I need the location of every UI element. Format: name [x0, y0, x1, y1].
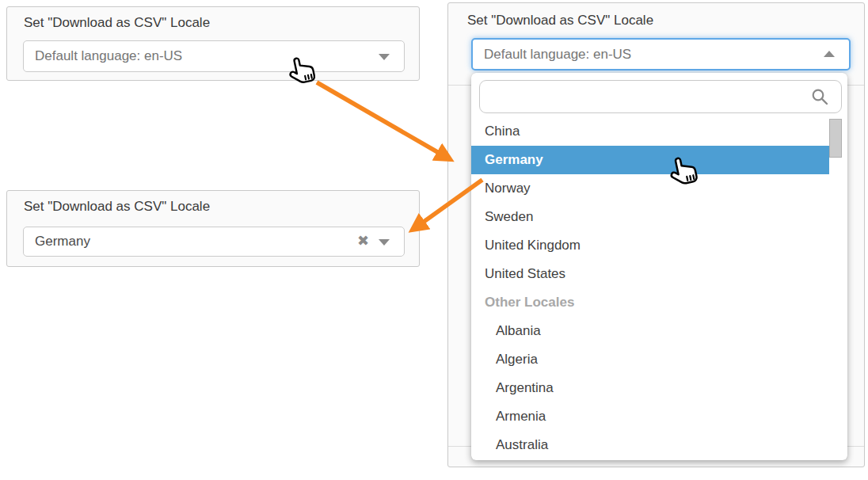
locale-option-germany[interactable]: Germany — [471, 146, 829, 174]
locale-panel-open: Set "Download as CSV" Locale Default lan… — [447, 2, 865, 467]
page: { "colors": { "arrow-orange": "#f6861f",… — [0, 0, 868, 480]
locale-option-united-states[interactable]: United States — [471, 260, 829, 288]
annotation-arrow — [317, 82, 450, 159]
locale-dropdown-popup: China Germany Norway Sweden United Kingd… — [471, 73, 847, 460]
locale-option-norway[interactable]: Norway — [471, 174, 829, 203]
panel-title: Set "Download as CSV" Locale — [24, 199, 210, 215]
locale-option-algeria[interactable]: Algeria — [471, 345, 829, 374]
clear-selection-icon[interactable]: ✖ — [357, 234, 369, 248]
locale-option-list: China Germany Norway Sweden United Kingd… — [471, 117, 829, 459]
locale-option-united-kingdom[interactable]: United Kingdom — [471, 231, 829, 260]
search-icon — [811, 88, 828, 105]
locale-select-value: Default language: en-US — [35, 48, 182, 64]
locale-select-default[interactable]: Default language: en-US — [23, 40, 405, 72]
locale-option-china[interactable]: China — [471, 117, 829, 146]
locale-option-albania[interactable]: Albania — [471, 317, 829, 345]
locale-option-australia[interactable]: Australia — [471, 431, 829, 459]
locale-option-sweden[interactable]: Sweden — [471, 203, 829, 231]
locale-search-input[interactable] — [479, 80, 842, 113]
locale-panel-selected: Set "Download as CSV" Locale Germany ✖ — [6, 190, 420, 267]
locale-option-armenia[interactable]: Armenia — [471, 402, 829, 431]
locale-option-argentina[interactable]: Argentina — [471, 374, 829, 402]
scrollbar-thumb[interactable] — [829, 119, 842, 158]
panel-title: Set "Download as CSV" Locale — [24, 15, 210, 31]
locale-panel-default: Set "Download as CSV" Locale Default lan… — [6, 6, 420, 81]
locale-group-header: Other Locales — [471, 288, 829, 317]
chevron-up-icon — [824, 51, 835, 57]
locale-select-value: Default language: en-US — [484, 47, 631, 63]
locale-select-value: Germany — [35, 234, 90, 250]
panel-title: Set "Download as CSV" Locale — [467, 13, 653, 29]
chevron-down-icon — [379, 54, 390, 60]
chevron-down-icon — [379, 239, 390, 246]
locale-select-selected[interactable]: Germany ✖ — [23, 227, 405, 257]
locale-select-open[interactable]: Default language: en-US — [471, 38, 851, 70]
